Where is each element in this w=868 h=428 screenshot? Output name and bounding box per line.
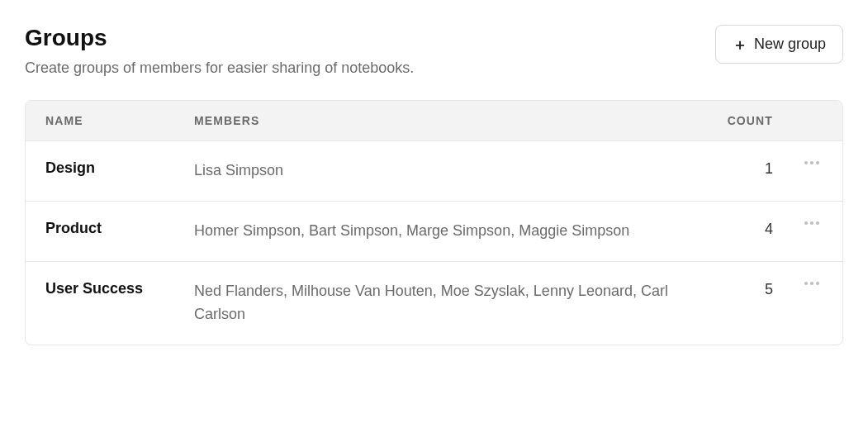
more-icon	[804, 282, 808, 285]
col-header-count: COUNT	[715, 114, 773, 127]
table-row: User Success Ned Flanders, Milhouse Van …	[26, 262, 842, 345]
col-header-name: NAME	[45, 114, 194, 127]
group-count: 1	[715, 159, 773, 178]
row-actions-button[interactable]	[801, 218, 823, 228]
more-icon	[816, 282, 819, 285]
new-group-button[interactable]: ＋ New group	[715, 25, 843, 64]
more-icon	[810, 282, 813, 285]
group-count: 5	[715, 280, 773, 298]
more-icon	[816, 221, 819, 225]
title-block: Groups Create groups of members for easi…	[25, 25, 414, 77]
col-header-members: MEMBERS	[194, 114, 715, 127]
table-header: NAME MEMBERS COUNT	[26, 101, 842, 141]
more-icon	[810, 221, 813, 225]
more-icon	[816, 161, 819, 164]
more-icon	[804, 221, 808, 225]
group-members: Ned Flanders, Milhouse Van Houten, Moe S…	[194, 280, 715, 326]
group-name: User Success	[45, 280, 194, 297]
group-name: Design	[45, 159, 194, 177]
more-icon	[804, 161, 808, 164]
row-actions-button[interactable]	[801, 158, 823, 168]
groups-table: NAME MEMBERS COUNT Design Lisa Simpson 1…	[25, 100, 843, 345]
page-header: Groups Create groups of members for easi…	[25, 25, 843, 77]
group-members: Homer Simpson, Bart Simpson, Marge Simps…	[194, 220, 715, 243]
group-members: Lisa Simpson	[194, 159, 715, 183]
group-name: Product	[45, 220, 194, 237]
plus-icon: ＋	[733, 37, 747, 52]
table-row: Design Lisa Simpson 1	[26, 141, 842, 202]
page-subtitle: Create groups of members for easier shar…	[25, 59, 414, 77]
page-title: Groups	[25, 25, 414, 51]
more-icon	[810, 161, 813, 164]
new-group-label: New group	[754, 36, 826, 53]
table-row: Product Homer Simpson, Bart Simpson, Mar…	[26, 202, 842, 262]
row-actions-button[interactable]	[801, 278, 823, 288]
group-count: 4	[715, 220, 773, 238]
